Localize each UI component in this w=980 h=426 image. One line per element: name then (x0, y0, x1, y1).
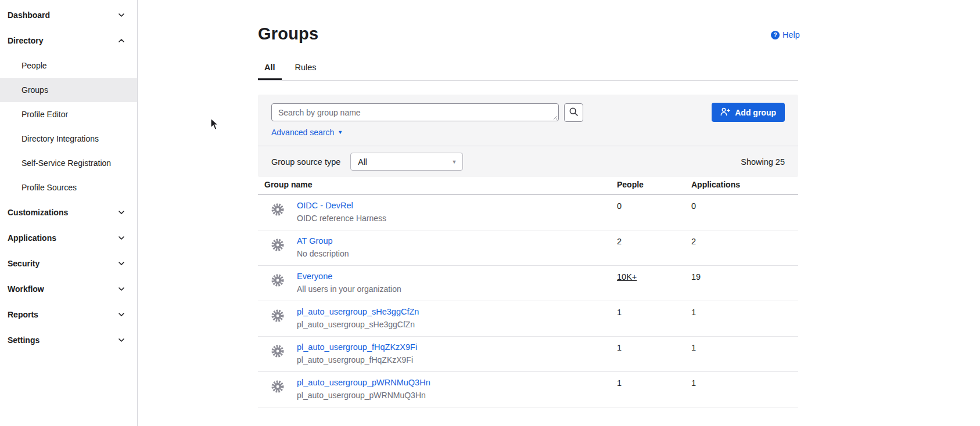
people-count: 2 (617, 236, 691, 246)
sidebar-item-profile-sources[interactable]: Profile Sources (0, 175, 137, 200)
advanced-search-label: Advanced search (271, 128, 334, 137)
tab-bar: All Rules (258, 60, 798, 81)
people-count: 1 (617, 307, 691, 317)
sidebar-item-label: Dashboard (8, 10, 50, 20)
sidebar-item-label: Workflow (8, 284, 44, 294)
sidebar-item-label: Groups (21, 85, 48, 95)
sidebar-item-customizations[interactable]: Customizations (0, 200, 137, 225)
chevron-down-icon (118, 311, 125, 318)
table-row: pl_auto_usergroup_pWRNMuQ3Hn pl_auto_use… (258, 372, 798, 407)
people-count: 0 (617, 201, 691, 211)
sidebar-item-applications[interactable]: Applications (0, 225, 137, 251)
group-description: pl_auto_usergroup_pWRNMuQ3Hn (297, 391, 430, 407)
group-icon (271, 380, 285, 393)
add-group-label: Add group (735, 108, 776, 117)
table-row: pl_auto_usergroup_fHqZKzX9Fi pl_auto_use… (258, 337, 798, 372)
applications-count: 0 (691, 201, 798, 211)
group-description: No description (297, 249, 349, 265)
caret-down-icon: ▼ (338, 130, 343, 135)
sidebar-item-people[interactable]: People (0, 53, 137, 78)
applications-count: 1 (691, 307, 798, 317)
sidebar-item-label: Directory Integrations (21, 134, 99, 143)
sidebar-item-label: Applications (8, 233, 56, 243)
group-description: OIDC reference Harness (297, 214, 386, 230)
sidebar-item-label: Reports (8, 310, 38, 319)
help-icon: ? (771, 31, 780, 39)
sidebar-item-label: Settings (8, 335, 40, 345)
chevron-down-icon (118, 234, 125, 241)
people-count: 1 (617, 378, 691, 388)
sidebar: Dashboard Directory People Groups Profil… (0, 0, 138, 426)
group-description: pl_auto_usergroup_sHe3ggCfZn (297, 320, 419, 336)
group-name-link[interactable]: Everyone (297, 272, 401, 281)
sidebar-item-label: Customizations (8, 208, 68, 217)
showing-count: Showing 25 (741, 157, 785, 167)
caret-down-icon: ▼ (451, 159, 457, 165)
search-panel: Add group Advanced search ▼ Group source… (258, 95, 798, 177)
chevron-down-icon (118, 12, 125, 19)
table-row: OIDC - DevRel OIDC reference Harness 0 0 (258, 195, 798, 230)
applications-count: 2 (691, 236, 798, 246)
group-description: All users in your organization (297, 284, 401, 301)
applications-count: 1 (691, 378, 798, 388)
group-search-input[interactable] (271, 103, 559, 121)
group-name-link[interactable]: AT Group (297, 236, 349, 246)
tab-all[interactable]: All (258, 60, 282, 80)
table-header: Group name People Applications (258, 180, 798, 195)
table-row: Everyone All users in your organization … (258, 266, 798, 301)
group-icon (271, 344, 285, 358)
chevron-down-icon (118, 209, 125, 216)
people-count: 1 (617, 342, 691, 352)
sidebar-item-label: Security (8, 259, 40, 268)
groups-table: Group name People Applications OIDC - De… (258, 180, 798, 407)
sidebar-item-security[interactable]: Security (0, 251, 137, 276)
group-description: pl_auto_usergroup_fHqZKzX9Fi (297, 355, 417, 371)
add-group-button[interactable]: Add group (712, 103, 785, 122)
chevron-down-icon (118, 337, 125, 344)
sidebar-item-label: Directory (8, 36, 43, 45)
applications-count: 1 (691, 342, 798, 352)
table-row: pl_auto_usergroup_sHe3ggCfZn pl_auto_use… (258, 301, 798, 337)
mouse-cursor-icon (210, 118, 221, 133)
sidebar-item-workflow[interactable]: Workflow (0, 276, 137, 302)
help-label: Help (782, 30, 800, 39)
group-name-link[interactable]: OIDC - DevRel (297, 201, 386, 210)
group-source-type-select[interactable]: All ▼ (350, 153, 463, 171)
group-icon (271, 203, 285, 216)
sidebar-item-label: Profile Editor (21, 110, 68, 119)
chevron-down-icon (118, 260, 125, 267)
group-name-link[interactable]: pl_auto_usergroup_sHe3ggCfZn (297, 307, 419, 316)
sidebar-item-directory-integrations[interactable]: Directory Integrations (0, 127, 137, 151)
group-icon (271, 309, 285, 323)
help-link[interactable]: ? Help (771, 30, 800, 39)
group-source-type-value: All (358, 157, 367, 167)
sidebar-item-label: People (21, 61, 47, 70)
column-header-people: People (617, 180, 691, 189)
people-count-link[interactable]: 10K+ (617, 272, 691, 281)
column-header-group-name: Group name (258, 180, 617, 189)
sidebar-item-profile-editor[interactable]: Profile Editor (0, 102, 137, 127)
sidebar-item-groups[interactable]: Groups (0, 78, 137, 102)
group-name-link[interactable]: pl_auto_usergroup_pWRNMuQ3Hn (297, 378, 430, 387)
search-button[interactable] (564, 103, 583, 122)
chevron-up-icon (118, 37, 125, 44)
sidebar-item-dashboard[interactable]: Dashboard (0, 2, 137, 28)
advanced-search-link[interactable]: Advanced search ▼ (271, 128, 343, 137)
sidebar-item-self-service-registration[interactable]: Self-Service Registration (0, 151, 137, 175)
tab-rules[interactable]: Rules (289, 60, 323, 80)
group-source-type-label: Group source type (271, 157, 340, 167)
page-title: Groups (258, 24, 318, 44)
group-name-link[interactable]: pl_auto_usergroup_fHqZKzX9Fi (297, 342, 417, 352)
table-row: AT Group No description 2 2 (258, 230, 798, 266)
group-icon (271, 238, 285, 252)
group-icon (271, 273, 285, 287)
sidebar-item-label: Self-Service Registration (21, 158, 111, 168)
applications-count: 19 (691, 272, 798, 281)
column-header-applications: Applications (691, 180, 798, 189)
sidebar-item-label: Profile Sources (21, 183, 77, 192)
sidebar-item-directory[interactable]: Directory (0, 28, 137, 53)
sidebar-item-settings[interactable]: Settings (0, 327, 137, 353)
search-icon (569, 107, 579, 118)
chevron-down-icon (118, 286, 125, 293)
sidebar-item-reports[interactable]: Reports (0, 302, 137, 327)
